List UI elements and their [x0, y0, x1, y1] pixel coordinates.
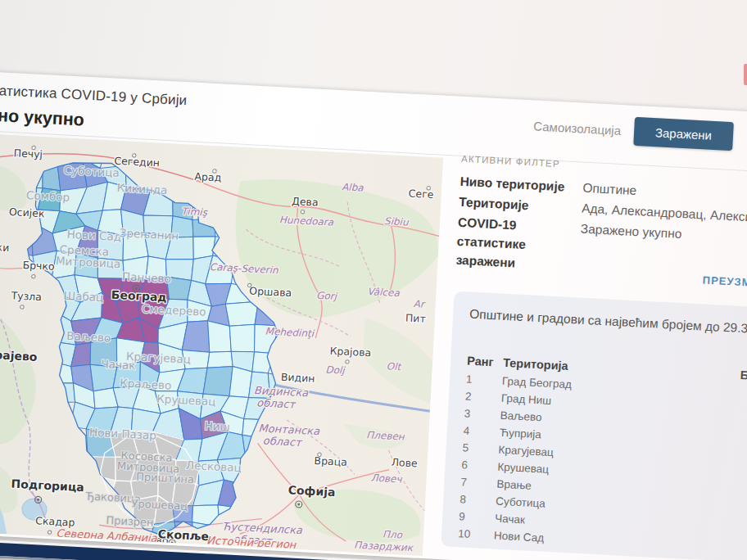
ranking-rows: 1Град Београд2Град Ниш3Ваљево4Ћуприја5Кр… — [458, 371, 747, 560]
map-label: Ниш — [204, 419, 230, 434]
town-dot-icon — [427, 186, 431, 190]
municipality-cell — [43, 382, 76, 404]
dashboard-page: атистика COVID-19 у Србији но укупно Сам… — [0, 69, 747, 560]
map-label: Скадар — [35, 514, 75, 529]
tab-self-isolation[interactable]: Самоизолација — [533, 119, 622, 138]
town-dot-icon — [32, 146, 36, 150]
town-dot-icon — [48, 531, 52, 535]
municipality-cell — [8, 221, 34, 255]
map-label: Ваљево — [66, 329, 111, 345]
map-label: Сегедин — [114, 155, 160, 169]
town-dot-icon — [32, 274, 36, 278]
municipality-cell — [206, 321, 233, 354]
town-dot-icon — [318, 453, 322, 457]
municipality-cell — [229, 323, 256, 353]
map-label: Печуј — [13, 147, 43, 160]
map-label: Арад — [194, 170, 222, 184]
tab-infected[interactable]: Заражени — [633, 117, 734, 151]
download-link[interactable]: ПРЕУЗМ — [702, 273, 747, 288]
col-rank: Ранг — [467, 355, 504, 369]
rank-cell: 9 — [459, 510, 496, 524]
map-label: Скопље — [157, 527, 209, 543]
capital-marker-dot — [171, 541, 174, 544]
map-mode-heading: но укупно — [0, 106, 84, 131]
map-label: Ловеч — [370, 472, 402, 485]
map-label: Пазарджик — [354, 540, 414, 554]
map-label: Dolj — [325, 364, 346, 376]
page-title: атистика COVID-19 у Србији — [0, 83, 188, 109]
view-tabs: Самоизолација Заражени — [532, 111, 733, 151]
map-label: Плевен — [366, 429, 405, 442]
map-label: Видин — [281, 371, 315, 385]
map-label: Осијек — [9, 205, 46, 219]
map-label: Краљево — [120, 376, 172, 391]
map-label: област — [256, 396, 297, 411]
map-label: Оршава — [249, 284, 292, 299]
rank-cell: 4 — [463, 424, 500, 438]
map-label: ски — [0, 241, 10, 254]
map-label: Нови Сад — [66, 228, 121, 243]
map-label: Лове — [391, 456, 418, 470]
map-label: Пло — [383, 528, 403, 540]
map-label: Пит — [405, 312, 426, 325]
map-label: Крајова — [329, 345, 371, 359]
map-label: Панчево — [122, 269, 172, 285]
map-label: арајево — [0, 348, 38, 364]
map-label: Софија — [287, 483, 336, 499]
map-label: Сомбор — [26, 188, 70, 204]
town-dot-icon — [213, 169, 217, 174]
map-label: Vâlcea — [367, 286, 401, 299]
map-canvas: ПечујСегединАрадДеваСегеОршаваКрајоваВид… — [0, 134, 443, 556]
filter-label: COVID-19 статистике заражени — [455, 213, 581, 276]
rank-cell: 5 — [462, 441, 499, 455]
map-label: Дева — [292, 195, 319, 209]
town-dot-icon — [301, 210, 305, 214]
map-label: Тузла — [10, 289, 42, 303]
map-label: Gorj — [316, 290, 338, 302]
map-label: Шабац — [63, 289, 103, 305]
ranking-panel: Општине и градови са највећим бројем до … — [441, 291, 747, 560]
town-dot-icon — [247, 283, 251, 287]
map-label: Timiş — [181, 205, 208, 219]
rank-cell: 7 — [460, 476, 497, 490]
map-label: Alba — [342, 181, 364, 193]
map-label: Olt — [386, 360, 402, 373]
map-label: Кикинда — [116, 181, 167, 196]
ranking-title: Општине и градови са највећим бројем до … — [469, 307, 747, 338]
rank-cell: 8 — [460, 493, 496, 507]
tilted-page-stage: атистика COVID-19 у Србији но укупно Сам… — [0, 69, 747, 560]
rank-cell: 2 — [465, 390, 502, 404]
map-label: Брчко — [22, 259, 55, 273]
red-edge-object — [744, 64, 747, 85]
map-label: Sibiu — [384, 215, 410, 228]
map-label: област — [262, 435, 302, 449]
ranking-table: Ранг Територија Б 1Град Београд2Град Ниш… — [458, 351, 747, 560]
rank-cell: 1 — [466, 373, 503, 386]
rank-cell: 6 — [461, 458, 498, 472]
town-dot-icon — [132, 154, 136, 158]
town-dot-icon — [346, 360, 350, 364]
map-label: Ar — [413, 298, 426, 310]
choropleth-map[interactable]: ПечујСегединАрадДеваСегеОршаваКрајоваВид… — [0, 134, 443, 556]
map-label: Призрен — [106, 514, 154, 529]
rank-cell: 3 — [464, 407, 500, 421]
municipality-cell — [203, 365, 233, 396]
photographed-screen: атистика COVID-19 у Србији но укупно Сам… — [0, 0, 747, 560]
rank-cell: 10 — [458, 527, 495, 541]
map-label: Чачак — [101, 357, 136, 372]
town-dot-icon — [20, 305, 25, 309]
map-label: Подгорица — [11, 477, 84, 495]
